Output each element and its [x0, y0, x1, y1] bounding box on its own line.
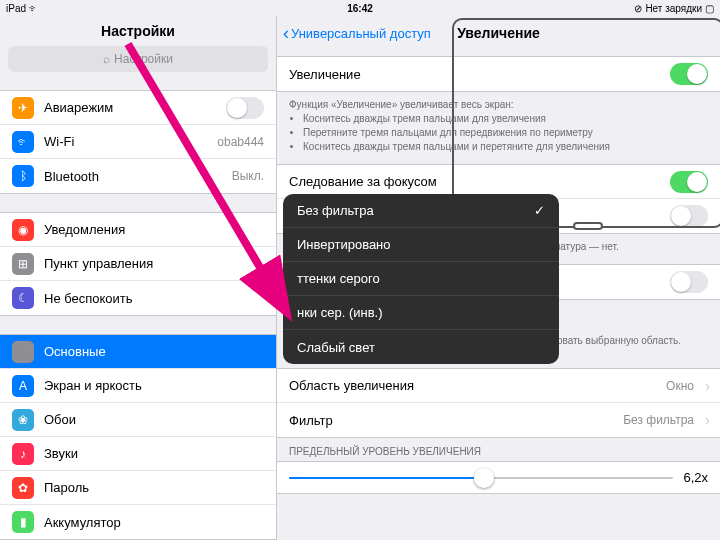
max-zoom-header: ПРЕДЕЛЬНЫЙ УРОВЕНЬ УВЕЛИЧЕНИЯ [277, 438, 720, 461]
sidebar-item-Bluetooth[interactable]: ᛒBluetoothВыкл. [0, 159, 276, 193]
smart-toggle[interactable] [670, 205, 708, 227]
app-icon: ⚙ [12, 341, 34, 363]
app-icon: A [12, 375, 34, 397]
sidebar-item-Пароль[interactable]: ✿Пароль [0, 471, 276, 505]
detail-pane: ‹ Универсальный доступ Увеличение Увелич… [277, 16, 720, 540]
check-icon: ✓ [534, 203, 545, 218]
sidebar-item-Уведомления[interactable]: ◉Уведомления [0, 213, 276, 247]
sidebar-item-Экран и яркость[interactable]: AЭкран и яркость [0, 369, 276, 403]
max-zoom-slider[interactable] [289, 477, 673, 479]
filter-popup: Без фильтра✓Инвертированоттенки серогонк… [283, 194, 559, 364]
app-icon: ✿ [12, 477, 34, 499]
zoom-toggle-row[interactable]: Увеличение [277, 57, 720, 91]
detail-header: ‹ Универсальный доступ Увеличение [277, 16, 720, 50]
app-icon: ❀ [12, 409, 34, 431]
sidebar-item-Обои[interactable]: ❀Обои [0, 403, 276, 437]
filter-option[interactable]: ттенки серого [283, 262, 559, 296]
app-icon: ᯤ [12, 131, 34, 153]
filter-option[interactable]: Без фильтра✓ [283, 194, 559, 228]
back-button[interactable]: ‹ Универсальный доступ [283, 23, 431, 44]
app-icon: ▮ [12, 511, 34, 533]
detail-title: Увеличение [457, 25, 540, 41]
settings-sidebar: Настройки ⌕ Настройки ✈АвиарежимᯤWi-Fiob… [0, 16, 277, 540]
zoom-toggle[interactable] [670, 63, 708, 85]
max-zoom-slider-row: 6,2x [277, 462, 720, 493]
controller-toggle[interactable] [670, 271, 708, 293]
sidebar-item-Авиарежим[interactable]: ✈Авиарежим [0, 91, 276, 125]
app-icon: ♪ [12, 443, 34, 465]
sidebar-item-Аккумулятор[interactable]: ▮Аккумулятор [0, 505, 276, 539]
zoom-region-row[interactable]: Область увеличения Окно › [277, 369, 720, 403]
search-icon: ⌕ [103, 52, 110, 66]
sidebar-item-Звуки[interactable]: ♪Звуки [0, 437, 276, 471]
sidebar-item-Не беспокоить[interactable]: ☾Не беспокоить [0, 281, 276, 315]
filter-option[interactable]: Слабый свет [283, 330, 559, 364]
toggle[interactable] [226, 97, 264, 119]
follow-toggle[interactable] [670, 171, 708, 193]
filter-row[interactable]: Фильтр Без фильтра › [277, 403, 720, 437]
sidebar-item-Пункт управления[interactable]: ⊞Пункт управления [0, 247, 276, 281]
chevron-left-icon: ‹ [283, 23, 289, 44]
filter-option[interactable]: Инвертировано [283, 228, 559, 262]
chevron-right-icon: › [705, 412, 710, 428]
chevron-right-icon: › [705, 378, 710, 394]
zoom-description: Функция «Увеличение» увеличивает весь эк… [277, 92, 720, 160]
sidebar-item-Wi-Fi[interactable]: ᯤWi-Fiobab444 [0, 125, 276, 159]
sidebar-item-Основные[interactable]: ⚙Основные [0, 335, 276, 369]
app-icon: ⊞ [12, 253, 34, 275]
status-bar: iPad ᯤ 16:42 ⊘Нет зарядки▢ [0, 0, 720, 16]
slider-thumb[interactable] [474, 468, 494, 488]
app-icon: ☾ [12, 287, 34, 309]
settings-title: Настройки [101, 23, 175, 39]
filter-option[interactable]: нки сер. (инв.) [283, 296, 559, 330]
app-icon: ✈ [12, 97, 34, 119]
app-icon: ᛒ [12, 165, 34, 187]
sidebar-header: Настройки [0, 16, 276, 46]
search-input[interactable]: ⌕ Настройки [8, 46, 268, 72]
app-icon: ◉ [12, 219, 34, 241]
